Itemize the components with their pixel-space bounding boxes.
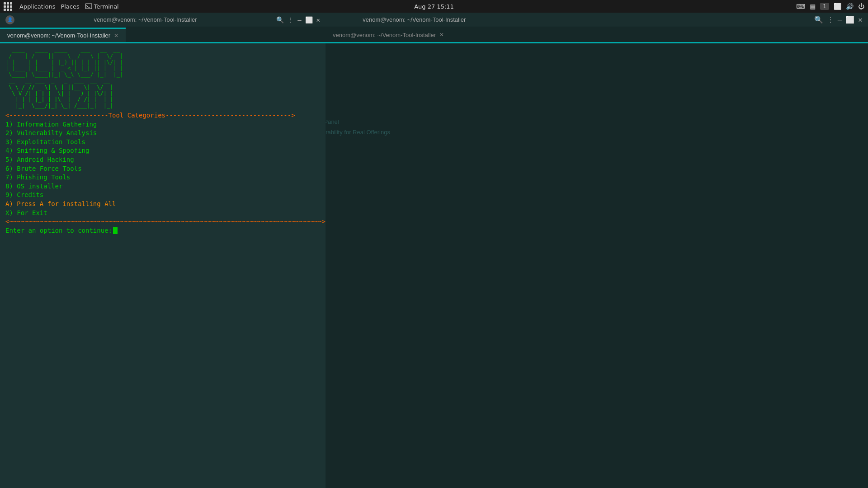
tab1-label: venom@venom: ~/Venom-Tool-Installer bbox=[7, 32, 110, 39]
menu-item-5: 5) Android Hacking bbox=[5, 155, 320, 164]
maximize-button[interactable]: ⬜ bbox=[845, 15, 854, 24]
titlebar-close[interactable]: ✕ bbox=[316, 16, 320, 23]
menu-item-9: 9) Credits bbox=[5, 191, 320, 200]
title-bar: 👤 venom@venom: ~/Venom-Tool-Installer 🔍 … bbox=[0, 13, 326, 27]
terminal-icon bbox=[85, 3, 92, 10]
menu-footer: <~~~~~~~~~~~~~~~~~~~~~~~~~~~~~~~~~~~~~~~… bbox=[5, 217, 320, 226]
terminal-content[interactable]: ____ ____ ____ ___ __ __ / ___| / ___|| … bbox=[0, 43, 326, 488]
close-button[interactable]: ✕ bbox=[858, 15, 863, 24]
datetime: Aug 27 15:11 bbox=[414, 3, 454, 10]
terminal-menu-item[interactable]: Terminal bbox=[85, 3, 119, 10]
menu-item-3: 3) Exploitation Tools bbox=[5, 138, 320, 147]
window-title: venom@venom: ~/Venom-Tool-Installer bbox=[14, 16, 276, 23]
places-menu[interactable]: Places bbox=[61, 3, 79, 10]
power-icon[interactable]: ⏻ bbox=[858, 3, 864, 10]
menu-icon[interactable]: ⋮ bbox=[827, 15, 834, 24]
tab1-close[interactable]: ✕ bbox=[114, 33, 118, 39]
user-icon: 👤 bbox=[5, 15, 14, 24]
second-tab-2[interactable]: venom@venom: ~/Venom-Tool-Installer ✕ bbox=[326, 28, 451, 42]
svg-rect-0 bbox=[85, 4, 92, 9]
menu-item-8: 8) OS installer bbox=[5, 182, 320, 191]
badge-1: 1 bbox=[820, 3, 829, 10]
second-window-controls[interactable]: 🔍 ⋮ — ⬜ ✕ bbox=[814, 15, 863, 24]
menu-item-x: X) For Exit bbox=[5, 209, 320, 218]
menu-header: <--------------------------Tool Categori… bbox=[5, 111, 320, 120]
menu-item-7: 7) Phishing Tools bbox=[5, 173, 320, 182]
tab2-close[interactable]: ✕ bbox=[439, 32, 444, 38]
tab2-label: venom@venom: ~/Venom-Tool-Installer bbox=[333, 32, 436, 38]
title-left: 👤 bbox=[5, 15, 14, 24]
titlebar-maximize[interactable]: ⬜ bbox=[305, 16, 313, 23]
apps-grid-icon[interactable] bbox=[4, 2, 12, 11]
window-controls[interactable]: 🔍 ⋮ — ⬜ ✕ bbox=[276, 16, 320, 23]
titlebar-minimize[interactable]: — bbox=[297, 16, 301, 23]
minimize-button[interactable]: — bbox=[838, 15, 842, 24]
menu-item-6: 6) Brute Force Tools bbox=[5, 164, 320, 174]
prompt-line[interactable]: Enter an option to continue: bbox=[5, 226, 320, 235]
titlebar-menu-icon[interactable]: ⋮ bbox=[288, 16, 294, 23]
terminal-cursor bbox=[113, 227, 118, 234]
applications-menu[interactable]: Applications bbox=[19, 3, 55, 10]
volume-icon[interactable]: 🔊 bbox=[846, 3, 854, 10]
menu-item-1: 1) Information Gathering bbox=[5, 120, 320, 129]
primary-terminal-window: 👤 venom@venom: ~/Venom-Tool-Installer 🔍 … bbox=[0, 13, 326, 488]
window-icon[interactable]: ⬜ bbox=[834, 3, 841, 10]
system-bar-left: Applications Places Terminal bbox=[4, 2, 119, 11]
display-icon[interactable]: ▤ bbox=[810, 3, 816, 10]
search-icon[interactable]: 🔍 bbox=[814, 15, 823, 24]
titlebar-search-icon[interactable]: 🔍 bbox=[276, 16, 284, 23]
ascii-art-block: ____ ____ ____ ___ __ __ / ___| / ___|| … bbox=[5, 47, 320, 109]
prompt-text: Enter an option to continue: bbox=[5, 226, 112, 235]
system-bar: Applications Places Terminal Aug 27 15:1… bbox=[0, 0, 868, 13]
menu-item-a: A) Press A for installing All bbox=[5, 200, 320, 209]
menu-item-2: 2) Vulnerabilty Analysis bbox=[5, 129, 320, 138]
tabs-container: venom@venom: ~/Venom-Tool-Installer ✕ bbox=[0, 27, 326, 43]
keyboard-icon[interactable]: ⌨ bbox=[796, 3, 805, 10]
system-bar-right: ⌨ ▤ 1 ⬜ 🔊 ⏻ bbox=[796, 3, 864, 10]
tab-1[interactable]: venom@venom: ~/Venom-Tool-Installer ✕ bbox=[0, 28, 126, 42]
window-wrapper: 👤 venom@venom: ~/Venom-Tool-Installer 🔍 … bbox=[0, 13, 868, 488]
menu-item-4: 4) Sniffing & Spoofing bbox=[5, 146, 320, 155]
